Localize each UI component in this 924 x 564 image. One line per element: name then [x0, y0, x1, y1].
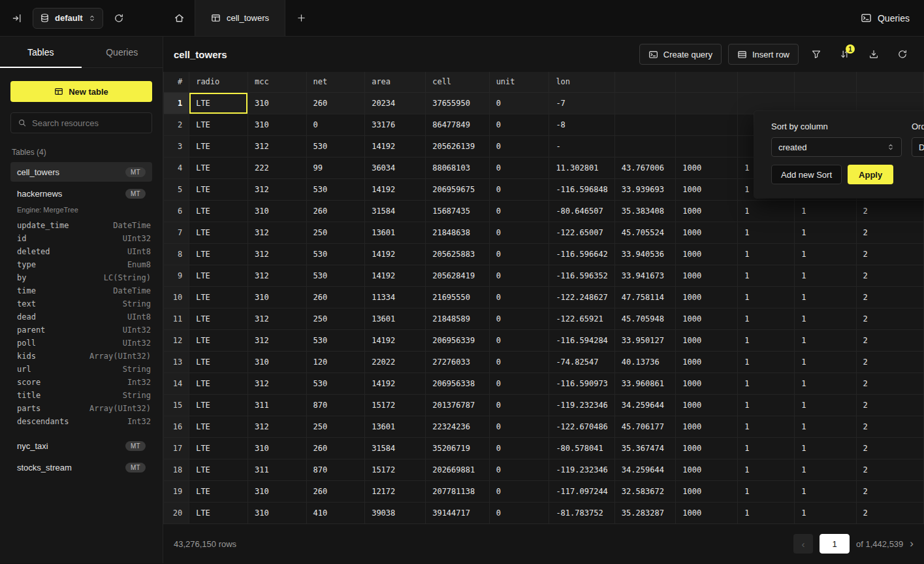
- grid-cell[interactable]: 11.302801: [549, 157, 614, 178]
- grid-cell[interactable]: 250: [306, 222, 365, 243]
- grid-cell[interactable]: 1: [795, 459, 856, 480]
- grid-cell[interactable]: 33.940536: [614, 243, 675, 265]
- grid-cell[interactable]: -81.783752: [549, 502, 614, 523]
- row-number[interactable]: 7: [164, 222, 189, 243]
- grid-cell[interactable]: 205628419: [426, 265, 489, 286]
- grid-cell[interactable]: 1: [738, 286, 795, 308]
- column-header[interactable]: unit: [489, 72, 549, 92]
- grid-cell[interactable]: -119.232346: [549, 394, 614, 416]
- grid-cell[interactable]: 1: [738, 394, 795, 416]
- grid-cell[interactable]: LTE: [189, 286, 248, 308]
- grid-cell[interactable]: 14192: [365, 135, 426, 157]
- grid-cell[interactable]: 1: [738, 329, 795, 351]
- new-tab-button[interactable]: [285, 0, 317, 36]
- grid-cell[interactable]: [614, 92, 675, 114]
- column-header[interactable]: [676, 72, 738, 92]
- grid-cell[interactable]: 21848638: [426, 222, 489, 243]
- row-number[interactable]: 14: [164, 373, 189, 394]
- grid-cell[interactable]: 870: [306, 459, 365, 480]
- row-number[interactable]: 6: [164, 200, 189, 222]
- grid-cell[interactable]: 1: [795, 502, 856, 523]
- grid-cell[interactable]: LTE: [189, 502, 248, 523]
- row-number[interactable]: 16: [164, 416, 189, 437]
- grid-cell[interactable]: 1: [738, 200, 795, 222]
- grid-cell[interactable]: -116.596352: [549, 265, 614, 286]
- grid-cell[interactable]: 13601: [365, 308, 426, 329]
- grid-cell[interactable]: 1000: [676, 308, 738, 329]
- grid-cell[interactable]: 2: [856, 243, 923, 265]
- grid-cell[interactable]: LTE: [189, 437, 248, 459]
- sort-order-select[interactable]: Descending: [912, 137, 924, 157]
- grid-cell[interactable]: 1: [738, 373, 795, 394]
- grid-cell[interactable]: 1000: [676, 459, 738, 480]
- grid-cell[interactable]: 2: [856, 394, 923, 416]
- page-number-input[interactable]: [820, 534, 850, 554]
- grid-cell[interactable]: 12172: [365, 480, 426, 502]
- grid-cell[interactable]: 1: [795, 437, 856, 459]
- grid-cell[interactable]: 14192: [365, 265, 426, 286]
- grid-cell[interactable]: 1: [738, 502, 795, 523]
- grid-cell[interactable]: -8: [549, 114, 614, 135]
- grid-cell[interactable]: 33.960861: [614, 373, 675, 394]
- grid-cell[interactable]: 0: [489, 459, 549, 480]
- grid-cell[interactable]: 13601: [365, 416, 426, 437]
- grid-cell[interactable]: 1000: [676, 329, 738, 351]
- grid-cell[interactable]: 311: [247, 459, 306, 480]
- grid-cell[interactable]: 1: [738, 308, 795, 329]
- grid-cell[interactable]: 0: [489, 502, 549, 523]
- grid-cell[interactable]: 206959675: [426, 178, 489, 200]
- column-header[interactable]: [795, 72, 856, 92]
- row-number[interactable]: 19: [164, 480, 189, 502]
- grid-cell[interactable]: 35206719: [426, 437, 489, 459]
- grid-cell[interactable]: -: [549, 135, 614, 157]
- grid-cell[interactable]: 21848589: [426, 308, 489, 329]
- grid-cell[interactable]: 1: [795, 394, 856, 416]
- apply-sort-button[interactable]: Apply: [848, 165, 893, 184]
- sidebar-item-hackernews[interactable]: hackernews MT: [10, 184, 152, 203]
- grid-cell[interactable]: -116.590973: [549, 373, 614, 394]
- grid-cell[interactable]: 15172: [365, 394, 426, 416]
- grid-cell[interactable]: 43.767006: [614, 157, 675, 178]
- grid-cell[interactable]: 202669881: [426, 459, 489, 480]
- grid-cell[interactable]: 205625883: [426, 243, 489, 265]
- grid-cell[interactable]: 310: [247, 480, 306, 502]
- grid-cell[interactable]: -122.248627: [549, 286, 614, 308]
- grid-cell[interactable]: 1000: [676, 286, 738, 308]
- grid-cell[interactable]: 35.367474: [614, 437, 675, 459]
- grid-cell[interactable]: 1000: [676, 416, 738, 437]
- grid-cell[interactable]: 2: [856, 480, 923, 502]
- grid-cell[interactable]: LTE: [189, 459, 248, 480]
- grid-cell[interactable]: 260: [306, 437, 365, 459]
- grid-cell[interactable]: 222: [247, 157, 306, 178]
- column-header[interactable]: [856, 72, 923, 92]
- grid-cell[interactable]: -117.097244: [549, 480, 614, 502]
- grid-cell[interactable]: 20234: [365, 92, 426, 114]
- grid-cell[interactable]: LTE: [189, 135, 248, 157]
- grid-cell[interactable]: 530: [306, 265, 365, 286]
- grid-cell[interactable]: -80.578041: [549, 437, 614, 459]
- grid-cell[interactable]: LTE: [189, 265, 248, 286]
- grid-cell[interactable]: 39038: [365, 502, 426, 523]
- grid-cell[interactable]: 260: [306, 200, 365, 222]
- grid-cell[interactable]: 1000: [676, 502, 738, 523]
- grid-cell[interactable]: 0: [489, 286, 549, 308]
- grid-cell[interactable]: -116.596848: [549, 178, 614, 200]
- grid-cell[interactable]: 36034: [365, 157, 426, 178]
- grid-cell[interactable]: 1: [738, 416, 795, 437]
- grid-cell[interactable]: 22022: [365, 351, 426, 373]
- grid-cell[interactable]: 201376787: [426, 394, 489, 416]
- row-number[interactable]: 5: [164, 178, 189, 200]
- grid-cell[interactable]: 0: [489, 92, 549, 114]
- insert-row-button[interactable]: Insert row: [728, 44, 799, 65]
- grid-cell[interactable]: LTE: [189, 394, 248, 416]
- grid-cell[interactable]: 45.706177: [614, 416, 675, 437]
- grid-cell[interactable]: 2: [856, 200, 923, 222]
- new-table-button[interactable]: New table: [10, 81, 152, 102]
- grid-cell[interactable]: 530: [306, 135, 365, 157]
- grid-cell[interactable]: -122.65007: [549, 222, 614, 243]
- home-tab-button[interactable]: [163, 0, 195, 36]
- grid-cell[interactable]: 1: [795, 351, 856, 373]
- column-header[interactable]: [738, 72, 795, 92]
- grid-cell[interactable]: 1: [795, 243, 856, 265]
- grid-cell[interactable]: 1: [738, 243, 795, 265]
